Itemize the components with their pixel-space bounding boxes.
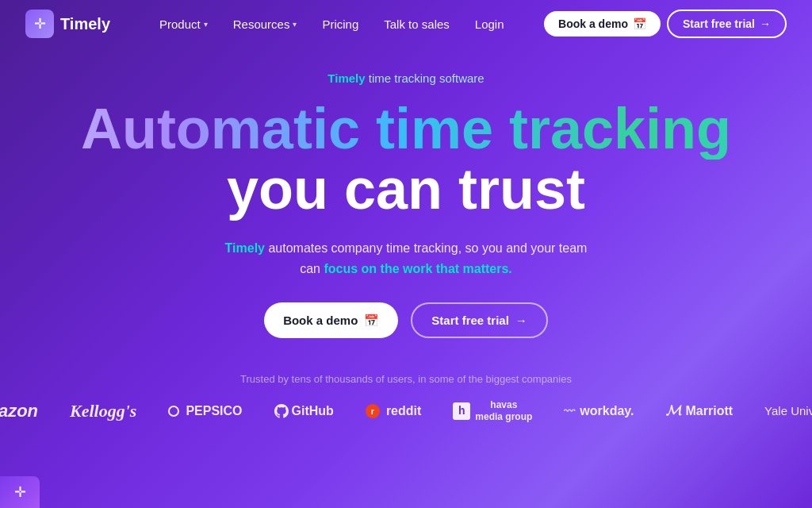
nav-resources[interactable]: Resources ▾ [222, 11, 308, 37]
marriott-icon: 𝓜 [666, 402, 681, 419]
arrow-right-icon: → [760, 17, 771, 30]
hero-start-trial-button[interactable]: Start free trial → [411, 302, 548, 338]
hero-section: Timely time tracking software Automatic … [0, 48, 812, 338]
nav-product[interactable]: Product ▾ [148, 11, 219, 37]
chevron-down-icon: ▾ [293, 20, 297, 29]
logo-icon: ✛ [25, 10, 54, 38]
hero-eyebrow: Timely time tracking software [16, 71, 796, 85]
reddit-icon: r [366, 404, 380, 418]
kelloggs-logo: Kellogg's [70, 401, 136, 421]
pepsico-logo: PEPSICO [168, 404, 242, 418]
marriott-logo: 𝓜Marriott [666, 402, 733, 419]
github-logo: GitHub [274, 404, 334, 418]
chevron-down-icon: ▾ [204, 20, 208, 29]
trusted-section: Trusted by tens of thousands of users, i… [0, 373, 812, 422]
hero-title-line2: you can trust [16, 160, 796, 220]
hero-description: Timely automates company time tracking, … [224, 238, 588, 279]
nav-pricing[interactable]: Pricing [311, 11, 370, 37]
havas-icon: h [453, 402, 470, 420]
company-logos: amazon Kellogg's PEPSICO GitHub rreddit … [0, 399, 812, 422]
havas-logo: h havasmedia group [453, 399, 532, 422]
workday-logo: 〰workday. [564, 404, 634, 418]
timely-brand-eyebrow: Timely [327, 71, 365, 85]
calendar-icon: 📅 [364, 314, 379, 328]
arrow-right-icon: → [515, 314, 527, 327]
nav-actions: Book a demo 📅 Start free trial → [544, 10, 787, 38]
nav-book-demo-button[interactable]: Book a demo 📅 [544, 11, 661, 37]
github-icon [274, 404, 289, 418]
nav-links: Product ▾ Resources ▾ Pricing Talk to sa… [148, 11, 544, 37]
hero-title: Automatic time tracking you can trust [16, 99, 796, 219]
focus-text: focus on the work that matters. [324, 262, 511, 275]
hero-book-demo-button[interactable]: Book a demo 📅 [264, 302, 398, 338]
calendar-icon: 📅 [633, 17, 646, 30]
hero-title-line1: Automatic time tracking [16, 99, 796, 160]
nav-login[interactable]: Login [464, 11, 515, 37]
pepsico-circle-icon [168, 406, 179, 417]
logo[interactable]: ✛ Timely [25, 10, 110, 38]
yale-logo: Yale University [764, 404, 812, 418]
nav-talk-to-sales[interactable]: Talk to sales [373, 11, 461, 37]
logo-text: Timely [60, 15, 110, 33]
reddit-logo: rreddit [366, 404, 421, 418]
hero-cta-buttons: Book a demo 📅 Start free trial → [16, 302, 796, 338]
navbar: ✛ Timely Product ▾ Resources ▾ Pricing T… [0, 0, 812, 48]
timely-brand-desc: Timely [225, 241, 265, 255]
amazon-logo: amazon [0, 400, 38, 422]
nav-start-trial-button[interactable]: Start free trial → [667, 10, 787, 38]
trusted-text: Trusted by tens of thousands of users, i… [0, 373, 812, 385]
corner-widget[interactable]: ✛ [0, 476, 40, 508]
